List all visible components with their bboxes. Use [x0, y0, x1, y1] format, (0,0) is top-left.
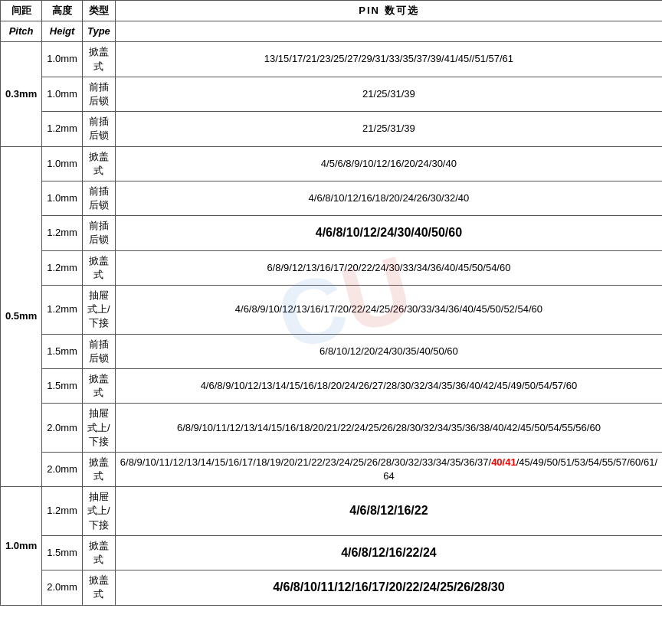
header-type-en: Type	[82, 21, 115, 42]
pins-cell: 4/6/8/9/10/12/13/16/17/20/22/24/25/26/30…	[115, 286, 662, 335]
pins-cell: 4/6/8/12/16/22	[115, 487, 662, 536]
height-cell: 2.0mm	[42, 404, 83, 453]
pins-cell: 6/8/9/10/11/12/13/14/15/16/17/18/19/20/2…	[115, 452, 662, 486]
height-cell: 1.2mm	[42, 487, 83, 536]
height-cell: 1.5mm	[42, 368, 83, 403]
pins-cell: 6/8/9/10/11/12/13/14/15/16/18/20/21/22/2…	[115, 404, 662, 453]
table-row: 2.0mm掀盖式6/8/9/10/11/12/13/14/15/16/17/18…	[1, 452, 663, 486]
table-row: 2.0mm抽屉式上/下接6/8/9/10/11/12/13/14/15/16/1…	[1, 404, 663, 453]
table-row: 1.5mm掀盖式4/6/8/12/16/22/24	[1, 535, 663, 570]
type-cell: 掀盖式	[82, 452, 115, 486]
pins-cell: 4/6/8/10/12/16/18/20/24/26/30/32/40	[115, 181, 662, 215]
table-row: 1.2mm抽屉式上/下接4/6/8/9/10/12/13/16/17/20/22…	[1, 286, 663, 335]
type-cell: 前插后锁	[82, 181, 115, 215]
height-cell: 1.5mm	[42, 535, 83, 570]
type-cell: 前插后锁	[82, 77, 115, 111]
height-cell: 1.2mm	[42, 112, 83, 146]
header-height-cn: 高度	[42, 1, 83, 21]
height-cell: 1.5mm	[42, 334, 83, 368]
pins-cell: 4/6/8/10/12/24/30/40/50/60	[115, 216, 662, 250]
type-cell: 掀盖式	[82, 535, 115, 570]
pins-cell: 4/6/8/9/10/12/13/14/15/16/18/20/24/26/27…	[115, 368, 662, 403]
pitch-cell: 0.5mm	[1, 146, 42, 487]
pins-cell: 21/25/31/39	[115, 77, 662, 111]
height-cell: 2.0mm	[42, 452, 83, 486]
pitch-cell: 1.0mm	[1, 487, 42, 605]
pins-cell: 21/25/31/39	[115, 112, 662, 146]
type-cell: 抽屉式上/下接	[82, 404, 115, 453]
pins-cell: 4/5/6/8/9/10/12/16/20/24/30/40	[115, 146, 662, 181]
type-cell: 掀盖式	[82, 368, 115, 403]
connector-table: 间距 高度 类型 PIN 数可选 Pitch Heigt Type 0.3mm1…	[0, 0, 662, 606]
type-cell: 掀盖式	[82, 146, 115, 181]
type-cell: 前插后锁	[82, 112, 115, 146]
pins-cell: 6/8/9/12/13/16/17/20/22/24/30/33/34/36/4…	[115, 250, 662, 285]
header-height-en: Heigt	[42, 21, 83, 42]
header-pitch-cn: 间距	[1, 1, 42, 21]
table-row: 1.0mm前插后锁21/25/31/39	[1, 77, 663, 111]
pins-cell: 4/6/8/12/16/22/24	[115, 535, 662, 570]
height-cell: 1.0mm	[42, 146, 83, 181]
pitch-cell: 0.3mm	[1, 42, 42, 146]
header-pins-cn: PIN 数可选	[115, 1, 662, 21]
height-cell: 1.2mm	[42, 286, 83, 335]
type-cell: 掀盖式	[82, 570, 115, 605]
table-row: 1.2mm掀盖式6/8/9/12/13/16/17/20/22/24/30/33…	[1, 250, 663, 285]
table-row: 1.5mm前插后锁6/8/10/12/20/24/30/35/40/50/60	[1, 334, 663, 368]
type-cell: 抽屉式上/下接	[82, 286, 115, 335]
height-cell: 1.2mm	[42, 216, 83, 250]
table-row: 1.2mm前插后锁4/6/8/10/12/24/30/40/50/60	[1, 216, 663, 250]
table-row: 1.2mm前插后锁21/25/31/39	[1, 112, 663, 146]
table-row: 0.5mm1.0mm掀盖式4/5/6/8/9/10/12/16/20/24/30…	[1, 146, 663, 181]
header-pitch-en: Pitch	[1, 21, 42, 42]
header-pins-en	[115, 21, 662, 42]
type-cell: 掀盖式	[82, 250, 115, 285]
height-cell: 1.0mm	[42, 77, 83, 111]
height-cell: 1.0mm	[42, 181, 83, 215]
table-row: 1.0mm1.2mm抽屉式上/下接4/6/8/12/16/22	[1, 487, 663, 536]
type-cell: 前插后锁	[82, 216, 115, 250]
table-row: 2.0mm掀盖式4/6/8/10/11/12/16/17/20/22/24/25…	[1, 570, 663, 605]
table-row: 0.3mm1.0mm掀盖式13/15/17/21/23/25/27/29/31/…	[1, 42, 663, 77]
main-container: C U 间距 高度 类型 PIN 数可选 Pitch Heigt Type 0.…	[0, 0, 662, 606]
table-row: 1.0mm前插后锁4/6/8/10/12/16/18/20/24/26/30/3…	[1, 181, 663, 215]
type-cell: 抽屉式上/下接	[82, 487, 115, 536]
table-row: 1.5mm掀盖式4/6/8/9/10/12/13/14/15/16/18/20/…	[1, 368, 663, 403]
type-cell: 前插后锁	[82, 334, 115, 368]
type-cell: 掀盖式	[82, 42, 115, 77]
height-cell: 2.0mm	[42, 570, 83, 605]
height-cell: 1.0mm	[42, 42, 83, 77]
pins-cell: 6/8/10/12/20/24/30/35/40/50/60	[115, 334, 662, 368]
height-cell: 1.2mm	[42, 250, 83, 285]
header-type-cn: 类型	[82, 1, 115, 21]
pins-cell: 4/6/8/10/11/12/16/17/20/22/24/25/26/28/3…	[115, 570, 662, 605]
pins-cell: 13/15/17/21/23/25/27/29/31/33/35/37/39/4…	[115, 42, 662, 77]
